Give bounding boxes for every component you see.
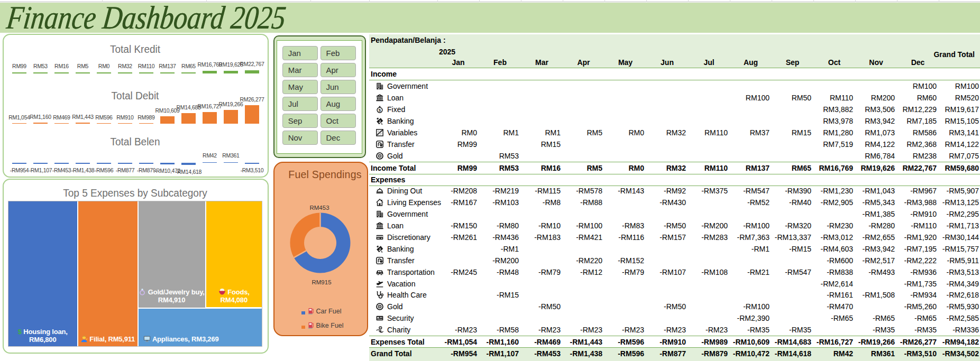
svg-text:$: $ — [379, 108, 381, 113]
